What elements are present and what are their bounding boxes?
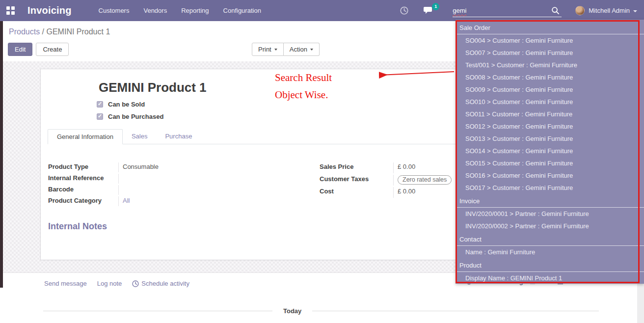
search-result-item[interactable]: SO011 > Customer : Gemini Furniture <box>456 108 644 120</box>
search-result-item[interactable]: SO013 > Customer : Gemini Furniture <box>456 133 644 145</box>
apps-menu-icon[interactable] <box>6 6 15 15</box>
internal-notes-heading: Internal Notes <box>48 221 107 232</box>
field-label: Cost <box>320 187 393 198</box>
field-label: Product Type <box>48 162 118 172</box>
section-header-invoice: Invoice <box>456 195 644 208</box>
schedule-activity-button[interactable]: Schedule activity <box>132 280 189 287</box>
breadcrumb-separator: / <box>40 27 46 36</box>
form-buttons: Edit Create <box>8 43 69 56</box>
search-result-item[interactable]: SO017 > Customer : Gemini Furniture <box>456 182 644 194</box>
breadcrumb-current: GEMINI Product 1 <box>46 27 110 36</box>
main-menu: Customers Vendors Reporting Configuratio… <box>99 7 261 14</box>
print-label: Print <box>258 46 271 53</box>
search-result-item[interactable]: SO016 > Customer : Gemini Furniture <box>456 169 644 182</box>
search-results-dropdown: Sale Order SO004 > Customer : Gemini Fur… <box>456 20 644 284</box>
create-button[interactable]: Create <box>36 43 69 56</box>
can-be-sold-label: Can be Sold <box>108 101 145 108</box>
section-contact: Contact Name : Gemini Furniture <box>456 233 644 258</box>
section-product: Product Display Name : GEMINI Product 1 <box>456 259 644 284</box>
field-product-category: Product Category All <box>48 196 279 206</box>
search-query-text: gemi <box>453 7 466 14</box>
date-divider: Today <box>43 307 599 315</box>
app-brand[interactable]: Invoicing <box>27 5 72 16</box>
section-sale-order: Sale Order SO004 > Customer : Gemini Fur… <box>456 22 644 194</box>
search-result-item[interactable]: Name : Gemini Furniture <box>456 246 644 258</box>
clock-icon <box>132 280 139 287</box>
global-search-input[interactable]: gemi <box>453 4 562 17</box>
can-be-sold-checkbox[interactable] <box>97 101 103 108</box>
log-note-button[interactable]: Log note <box>97 280 122 287</box>
tab-sales[interactable]: Sales <box>123 129 157 144</box>
messages-badge: 1 <box>432 3 439 10</box>
action-label: Action <box>290 46 307 53</box>
section-header-contact: Contact <box>456 233 644 246</box>
menu-customers[interactable]: Customers <box>99 7 130 14</box>
field-label: Internal Reference <box>48 174 118 184</box>
search-result-item[interactable]: Display Name : GEMINI Product 1 <box>456 272 644 284</box>
field-value <box>118 174 279 184</box>
left-edge-strip <box>0 21 3 288</box>
breadcrumb-products-link[interactable]: Products <box>9 27 40 36</box>
date-divider-label: Today <box>272 307 312 315</box>
can-be-sold-row: Can be Sold <box>97 101 145 108</box>
field-label: Customer Taxes <box>320 175 393 186</box>
print-button[interactable]: Print <box>252 43 284 56</box>
messages-icon[interactable]: 1 <box>423 6 434 15</box>
can-be-purchased-checkbox[interactable] <box>97 113 103 120</box>
field-label: Product Category <box>48 196 118 206</box>
user-name: Mitchell Admin <box>589 7 630 14</box>
chatter-toolbar: Send message Log note Schedule activity <box>44 280 189 287</box>
tab-purchase[interactable]: Purchase <box>156 129 201 144</box>
search-result-item[interactable]: SO007 > Customer : Gemini Furniture <box>456 47 644 59</box>
field-group-left: Product Type Consumable Internal Referen… <box>48 162 279 208</box>
edit-button[interactable]: Edit <box>8 43 32 56</box>
action-button-group: Print Action <box>252 43 320 56</box>
user-menu[interactable]: Mitchell Admin <box>575 6 637 15</box>
divider-line <box>312 311 599 311</box>
search-result-item[interactable]: SO009 > Customer : Gemini Furniture <box>456 83 644 96</box>
top-navbar: Invoicing Customers Vendors Reporting Co… <box>0 0 644 21</box>
menu-reporting[interactable]: Reporting <box>181 7 209 14</box>
section-header-product: Product <box>456 259 644 272</box>
product-category-link[interactable]: All <box>118 196 279 206</box>
field-value <box>118 185 279 195</box>
field-barcode: Barcode <box>48 185 279 195</box>
can-be-purchased-label: Can be Purchased <box>108 113 163 120</box>
product-title: GEMINI Product 1 <box>99 80 207 95</box>
field-value: Consumable <box>118 162 279 172</box>
field-label: Barcode <box>48 185 118 195</box>
navbar-right: 1 gemi Mitchell Admin <box>400 4 637 17</box>
send-message-button[interactable]: Send message <box>44 280 87 287</box>
divider-line <box>43 311 272 311</box>
chevron-down-icon <box>633 10 637 12</box>
annotation-text-line2: Object Wise. <box>275 89 328 101</box>
section-header-sale-order: Sale Order <box>456 22 644 34</box>
search-icon[interactable] <box>551 6 560 15</box>
tax-tag[interactable]: Zero rated sales <box>398 175 452 185</box>
search-result-item[interactable]: SO014 > Customer : Gemini Furniture <box>456 145 644 157</box>
search-result-item[interactable]: INV/2020/0002 > Partner : Gemini Furnitu… <box>456 220 644 232</box>
search-result-item[interactable]: SO015 > Customer : Gemini Furniture <box>456 157 644 169</box>
search-result-item[interactable]: SO004 > Customer : Gemini Furniture <box>456 34 644 47</box>
search-result-item[interactable]: SO010 > Customer : Gemini Furniture <box>456 96 644 108</box>
section-invoice: Invoice INV/2020/0001 > Partner : Gemini… <box>456 195 644 232</box>
menu-configuration[interactable]: Configuration <box>223 7 261 14</box>
search-result-item[interactable]: INV/2020/0001 > Partner : Gemini Furnitu… <box>456 208 644 220</box>
annotation-text-line1: Search Result <box>275 72 332 84</box>
can-be-purchased-row: Can be Purchased <box>97 113 163 120</box>
field-internal-reference: Internal Reference <box>48 174 279 184</box>
menu-vendors[interactable]: Vendors <box>143 7 167 14</box>
search-result-item[interactable]: Test/001 > Customer : Gemini Furniture <box>456 59 644 71</box>
breadcrumb: Products / GEMINI Product 1 <box>9 27 110 36</box>
chevron-down-icon <box>274 49 277 51</box>
activities-clock-icon[interactable] <box>400 6 408 15</box>
field-product-type: Product Type Consumable <box>48 162 279 172</box>
tab-general-information[interactable]: General Information <box>48 129 123 144</box>
search-result-item[interactable]: SO012 > Customer : Gemini Furniture <box>456 120 644 133</box>
field-label: Sales Price <box>320 162 393 173</box>
action-button[interactable]: Action <box>284 43 320 56</box>
chevron-down-icon <box>310 49 313 51</box>
user-avatar <box>575 6 585 15</box>
schedule-activity-label: Schedule activity <box>141 280 189 287</box>
search-result-item[interactable]: SO008 > Customer : Gemini Furniture <box>456 71 644 83</box>
